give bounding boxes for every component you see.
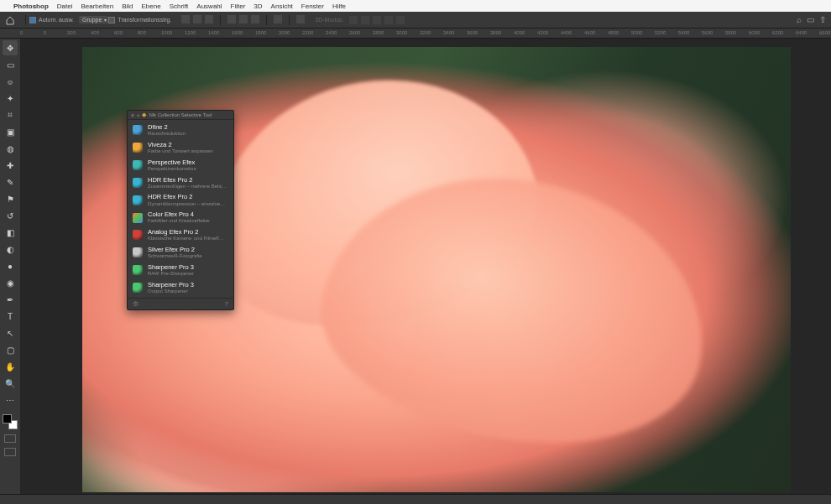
plugin-row[interactable]: Analog Efex Pro 2Klassische Kamera- und … (128, 226, 233, 244)
path-tool[interactable]: ↖ (3, 325, 18, 340)
mode-label: 3D-Modus: (315, 17, 343, 23)
plugin-row[interactable]: Sharpener Pro 3RAW Pre-Sharpener (128, 262, 233, 279)
ruler-tick: 2400 (326, 30, 337, 35)
hand-tool[interactable]: ✋ (3, 359, 18, 374)
ruler-tick: 400 (91, 30, 99, 35)
ruler-tick: 1000 (161, 30, 172, 35)
type-tool[interactable]: T (3, 309, 18, 324)
plugin-subtitle: Klassische Kamera- und Filmeff… (148, 236, 224, 242)
panel-header[interactable]: × « ◆ Nik Collection Selective Tool (128, 111, 233, 120)
brush-tool[interactable]: ✎ (3, 174, 18, 190)
menu-item[interactable]: Bild (122, 3, 133, 10)
screen-mode-icon[interactable] (4, 448, 16, 456)
plugin-subtitle: Rauschreduktion (148, 131, 186, 137)
menu-item[interactable]: Ansicht (271, 3, 293, 10)
ruler-tick: 600 (114, 30, 123, 35)
collapse-icon[interactable]: « (137, 112, 139, 117)
plugin-row[interactable]: HDR Efex Pro 2Zusammenfügen – mehrere Be… (128, 174, 233, 192)
fg-swatch[interactable] (3, 414, 12, 423)
ruler-tick: 3600 (467, 30, 478, 35)
auto-select-toggle[interactable]: Autom. ausw. (29, 17, 74, 23)
menu-item[interactable]: Fenster (301, 3, 324, 10)
shape-tool[interactable]: ▢ (3, 342, 18, 357)
checkbox-icon[interactable] (29, 17, 36, 23)
zoom-tool[interactable]: 🔍 (3, 376, 18, 391)
eyedropper-tool[interactable]: ◍ (3, 141, 18, 156)
more-icon[interactable] (296, 15, 305, 23)
plugin-title: Silver Efex Pro 2 (148, 247, 202, 253)
align-icon[interactable] (227, 15, 236, 23)
plugin-row[interactable]: Silver Efex Pro 2Schwarzweiß-Fotografie (128, 244, 233, 262)
ruler-tick: 5000 (631, 30, 642, 35)
align-icon[interactable] (193, 15, 201, 23)
ruler-tick: 4600 (584, 30, 595, 35)
plugin-title: Sharpener Pro 3 (148, 264, 194, 271)
plugin-row[interactable]: Sharpener Pro 3Output Sharpener (128, 279, 233, 297)
pen-tool[interactable]: ✒ (3, 292, 18, 307)
crop-tool[interactable]: ⌗ (3, 107, 18, 122)
gear-icon[interactable]: ⚙ (133, 300, 138, 308)
3d-icon (361, 16, 369, 24)
transform-controls-toggle[interactable]: Transformationsstrg. (108, 17, 171, 23)
ruler-tick: 3200 (420, 30, 431, 35)
plugin-icon (133, 178, 143, 188)
plugin-list: Dfine 2RauschreduktionViveza 2Farbe und … (128, 120, 233, 298)
marquee-tool[interactable]: ▭ (3, 57, 18, 72)
home-icon[interactable] (5, 15, 15, 25)
plugin-subtitle: Perspektivenkorrektur (148, 166, 196, 172)
ruler-tick: 6400 (796, 30, 807, 35)
status-bar (0, 494, 831, 504)
align-icon[interactable] (251, 15, 259, 23)
macos-menubar: Photoshop Datei Bearbeiten Bild Ebene Sc… (0, 0, 831, 12)
blur-tool[interactable]: ● (3, 258, 18, 273)
menu-item[interactable]: Hilfe (332, 3, 346, 10)
search-icon[interactable]: ⌕ (797, 15, 802, 24)
workspace-icon[interactable]: ▭ (807, 15, 814, 24)
stamp-tool[interactable]: ⚑ (3, 191, 18, 206)
ruler-tick: 5400 (678, 30, 689, 35)
move-tool[interactable]: ✥ (3, 40, 18, 55)
plugin-subtitle: Farbe und Tonwert anpassen (148, 148, 213, 154)
share-icon[interactable]: ⇧ (819, 15, 826, 24)
app-menu[interactable]: Photoshop (13, 3, 49, 10)
ruler-tick: 2800 (373, 30, 384, 35)
nik-logo-icon: ◆ (142, 112, 146, 118)
menu-item[interactable]: Auswahl (196, 3, 222, 10)
plugin-row[interactable]: Color Efex Pro 4Farbfilter und Kreativef… (128, 209, 233, 226)
auto-select-dropdown[interactable]: Gruppe (79, 16, 108, 23)
color-swatches[interactable] (3, 414, 18, 429)
align-icon[interactable] (205, 15, 213, 23)
help-icon[interactable]: ? (225, 300, 228, 308)
dodge-tool[interactable]: ◉ (3, 275, 18, 290)
heal-tool[interactable]: ✚ (3, 158, 18, 173)
plugin-row[interactable]: Perspective EfexPerspektivenkorrektur (128, 157, 233, 174)
close-icon[interactable]: × (131, 112, 134, 118)
menu-item[interactable]: Filter (231, 3, 246, 10)
plugin-subtitle: RAW Pre-Sharpener (148, 271, 194, 277)
nik-collection-panel[interactable]: × « ◆ Nik Collection Selective Tool Dfin… (127, 110, 234, 310)
wand-tool[interactable]: ✦ (3, 91, 18, 106)
plugin-row[interactable]: Viveza 2Farbe und Tonwert anpassen (128, 139, 233, 157)
plugin-row[interactable]: Dfine 2Rauschreduktion (128, 122, 233, 139)
align-icon[interactable] (239, 15, 248, 23)
plugin-row[interactable]: HDR Efex Pro 2Dynamikkompression – einze… (128, 191, 233, 209)
menu-item[interactable]: Bearbeiten (81, 3, 113, 10)
menu-item[interactable]: Datei (57, 3, 73, 10)
menu-item[interactable]: Ebene (142, 3, 161, 10)
eraser-tool[interactable]: ◧ (3, 225, 18, 240)
panel-title: Nik Collection Selective Tool (149, 112, 212, 117)
menu-item[interactable]: Schrift (170, 3, 189, 10)
more-tool[interactable]: ⋯ (3, 392, 18, 408)
lasso-tool[interactable]: ⌾ (3, 74, 18, 89)
quick-mask-icon[interactable] (4, 434, 16, 443)
ruler-tick: 4000 (514, 30, 525, 35)
gradient-tool[interactable]: ◐ (3, 242, 18, 257)
ruler-tick: 5800 (725, 30, 736, 35)
checkbox-icon[interactable] (108, 17, 115, 23)
frame-tool[interactable]: ▣ (3, 124, 18, 139)
menu-item[interactable]: 3D (253, 3, 262, 10)
align-icon[interactable] (181, 15, 190, 23)
history-brush-tool[interactable]: ↺ (3, 208, 18, 223)
ruler-tick: 5200 (655, 30, 666, 35)
distribute-icon[interactable] (274, 15, 282, 23)
